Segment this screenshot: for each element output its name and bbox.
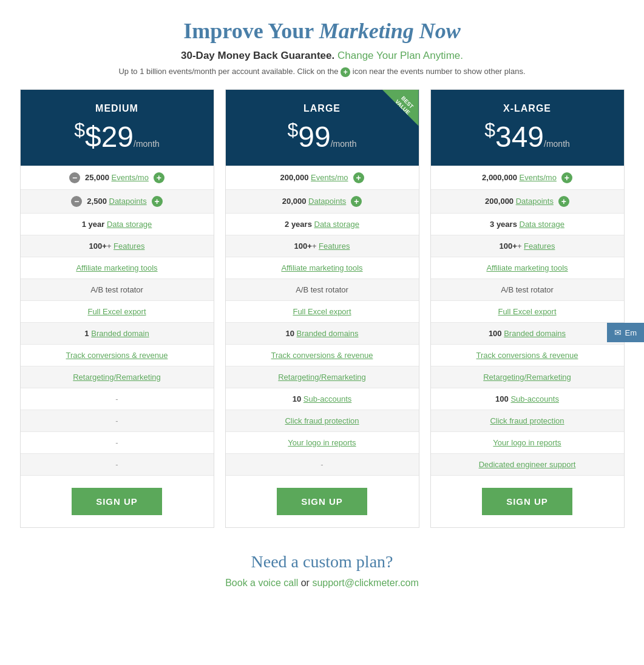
xlarge-conversions-row: Track conversions & revenue — [431, 344, 624, 366]
xlarge-storage-row: 3 years Data storage — [431, 213, 624, 235]
large-datapoints-row: 20,000 Datapoints + — [226, 189, 419, 213]
plan-medium-name: MEDIUM — [27, 103, 208, 114]
xlarge-signup-button[interactable]: SIGN UP — [482, 488, 572, 515]
plan-large-name: LARGE — [232, 103, 413, 114]
medium-excel-row: Full Excel export — [21, 300, 214, 322]
medium-extra-row: - — [21, 453, 214, 475]
medium-retargeting-row: Retargeting/Remarketing — [21, 366, 214, 388]
plan-large-price: $99/month — [232, 119, 413, 154]
medium-affiliate-row: Affiliate marketing tools — [21, 257, 214, 278]
email-widget-label: Em — [625, 328, 637, 337]
medium-subaccounts-row: - — [21, 388, 214, 410]
medium-events-minus[interactable]: − — [69, 172, 80, 183]
medium-signup-row: SIGN UP — [21, 475, 214, 527]
xlarge-events-plus[interactable]: + — [561, 172, 572, 183]
change-plan-link[interactable]: Change Your Plan Anytime. — [337, 50, 463, 61]
large-events-row: 200,000 Events/mo + — [226, 166, 419, 189]
plan-xlarge-price: $349/month — [437, 119, 618, 154]
xlarge-abtest-row: A/B test rotator — [431, 278, 624, 300]
plan-medium-price: $$29/month — [27, 119, 208, 154]
medium-clickfraud-row: - — [21, 410, 214, 431]
xlarge-features-row: 100++ Features — [431, 235, 624, 257]
page-header: Improve Your Marketing Now 30-Day Money … — [12, 18, 632, 77]
xlarge-datapoints-row: 200,000 Datapoints + — [431, 189, 624, 213]
large-affiliate-row: Affiliate marketing tools — [226, 257, 419, 278]
large-events-plus[interactable]: + — [353, 172, 364, 183]
plan-large-header: BEST VALUE LARGE $99/month — [226, 90, 419, 166]
plus-icon: + — [341, 67, 350, 77]
plan-xlarge-header: X-LARGE $349/month — [431, 90, 624, 166]
large-extra-row: - — [226, 453, 419, 475]
medium-datapoints-plus[interactable]: + — [152, 196, 163, 207]
email-widget[interactable]: ✉ Em — [607, 323, 645, 342]
voice-call-link[interactable]: Book a voice call — [225, 578, 298, 588]
medium-branded-row: 1 Branded domain — [21, 322, 214, 344]
large-subaccounts-row: 10 Sub-accounts — [226, 388, 419, 410]
email-link[interactable]: support@clickmeter.com — [312, 578, 418, 588]
large-datapoints-plus[interactable]: + — [351, 196, 362, 207]
plan-medium-header: MEDIUM $$29/month — [21, 90, 214, 166]
medium-datapoints-minus[interactable]: − — [71, 196, 82, 207]
xlarge-subaccounts-row: 100 Sub-accounts — [431, 388, 624, 410]
xlarge-logo-row: Your logo in reports — [431, 431, 624, 453]
email-icon: ✉ — [614, 328, 622, 337]
custom-plan-heading: Need a custom plan? — [12, 552, 632, 572]
large-signup-button[interactable]: SIGN UP — [277, 488, 367, 515]
medium-datapoints-row: − 2,500 Datapoints + — [21, 189, 214, 213]
large-features-row: 100++ Features — [226, 235, 419, 257]
large-excel-row: Full Excel export — [226, 300, 419, 322]
plan-large: BEST VALUE LARGE $99/month 200,000 Event… — [225, 89, 419, 528]
large-clickfraud-row: Click fraud protection — [226, 410, 419, 431]
large-conversions-row: Track conversions & revenue — [226, 344, 419, 366]
xlarge-dedicated-row: Dedicated engineer support — [431, 453, 624, 475]
xlarge-excel-row: Full Excel export — [431, 300, 624, 322]
plan-xlarge: X-LARGE $349/month 2,000,000 Events/mo +… — [430, 89, 625, 528]
medium-signup-button[interactable]: SIGN UP — [72, 488, 162, 515]
xlarge-events-row: 2,000,000 Events/mo + — [431, 166, 624, 189]
medium-conversions-row: Track conversions & revenue — [21, 344, 214, 366]
plan-medium: MEDIUM $$29/month − 25,000 Events/mo + −… — [20, 89, 214, 528]
large-branded-row: 10 Branded domains — [226, 322, 419, 344]
xlarge-datapoints-plus[interactable]: + — [558, 196, 569, 207]
page-title: Improve Your Marketing Now — [12, 18, 632, 44]
medium-events-row: − 25,000 Events/mo + — [21, 166, 214, 189]
medium-logo-row: - — [21, 431, 214, 453]
plan-xlarge-name: X-LARGE — [437, 103, 618, 114]
large-storage-row: 2 years Data storage — [226, 213, 419, 235]
plans-container: MEDIUM $$29/month − 25,000 Events/mo + −… — [12, 89, 632, 528]
page-note: Up to 1 billion events/month per account… — [12, 67, 632, 77]
medium-events-plus[interactable]: + — [154, 172, 164, 183]
xlarge-affiliate-row: Affiliate marketing tools — [431, 257, 624, 278]
medium-features-row: 100++ Features — [21, 235, 214, 257]
xlarge-signup-row: SIGN UP — [431, 475, 624, 527]
custom-plan-section: Need a custom plan? Book a voice call or… — [12, 552, 632, 607]
xlarge-clickfraud-row: Click fraud protection — [431, 410, 624, 431]
xlarge-retargeting-row: Retargeting/Remarketing — [431, 366, 624, 388]
medium-abtest-row: A/B test rotator — [21, 278, 214, 300]
medium-storage-row: 1 year Data storage — [21, 213, 214, 235]
xlarge-branded-row: 100 Branded domains — [431, 322, 624, 344]
large-abtest-row: A/B test rotator — [226, 278, 419, 300]
large-signup-row: SIGN UP — [226, 475, 419, 527]
large-retargeting-row: Retargeting/Remarketing — [226, 366, 419, 388]
custom-plan-text: Book a voice call or support@clickmeter.… — [12, 578, 632, 589]
subtitle: 30-Day Money Back Guarantee. Change Your… — [12, 50, 632, 62]
large-logo-row: Your logo in reports — [226, 431, 419, 453]
